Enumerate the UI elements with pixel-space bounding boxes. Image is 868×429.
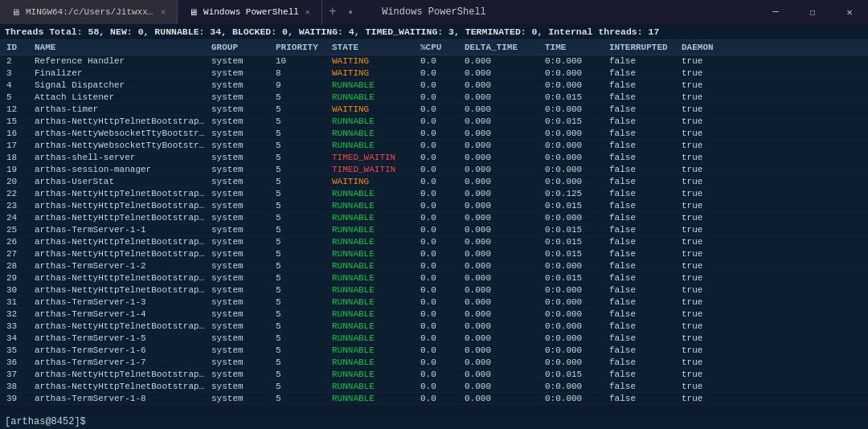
- cell-id: 24: [5, 213, 33, 223]
- col-header-name: NAME: [33, 42, 210, 53]
- cell-daemon: true: [680, 104, 728, 114]
- cell-interrupted: false: [608, 394, 680, 403]
- cell-name: Signal Dispatcher: [33, 80, 210, 90]
- cell-id: 32: [5, 309, 33, 319]
- close-button[interactable]: ✕: [831, 0, 868, 24]
- cell-interrupted: false: [608, 165, 680, 174]
- cell-interrupted: false: [608, 345, 680, 355]
- cell-interrupted: false: [608, 189, 680, 198]
- col-header-interrupted: INTERRUPTED: [608, 42, 680, 53]
- titlebar: 🖥 MINGW64:/c/Users/Jitwxx/Dow... ✕ 🖥 Win…: [0, 0, 868, 24]
- cell-time: 0:0.000: [543, 141, 608, 150]
- cell-daemon: true: [680, 394, 728, 403]
- cell-group: system: [210, 165, 274, 174]
- cell-interrupted: false: [608, 92, 680, 102]
- cell-group: system: [210, 333, 274, 343]
- cell-priority: 5: [274, 382, 330, 391]
- cell-interrupted: false: [608, 153, 680, 162]
- tab-powershell[interactable]: 🖥 Windows PowerShell ✕: [178, 0, 322, 24]
- cell-group: system: [210, 177, 274, 186]
- cell-cpu: 0.0: [419, 116, 463, 126]
- cell-delta: 0.000: [463, 153, 543, 162]
- cell-name: arthas-NettyHttpTelnetBootstrap-3-4: [33, 213, 210, 223]
- cell-id: 20: [5, 177, 33, 186]
- cell-priority: 5: [274, 104, 330, 114]
- cell-id: 29: [5, 273, 33, 283]
- cell-daemon: true: [680, 321, 728, 331]
- cell-interrupted: false: [608, 321, 680, 331]
- cell-id: 27: [5, 249, 33, 259]
- cell-id: 35: [5, 345, 33, 355]
- col-header-priority: PRIORITY: [274, 42, 330, 53]
- table-row: 34 arthas-TermServer-1-5 system 5 RUNNAB…: [0, 333, 868, 345]
- tab-dropdown-button[interactable]: ▾: [343, 0, 358, 24]
- cell-interrupted: false: [608, 333, 680, 343]
- col-header-group: GROUP: [210, 42, 274, 53]
- cell-cpu: 0.0: [419, 153, 463, 162]
- cell-priority: 10: [274, 56, 330, 66]
- cell-delta: 0.000: [463, 285, 543, 295]
- cell-id: 37: [5, 370, 33, 379]
- table-row: 26 arthas-NettyHttpTelnetBootstrap-3-5 s…: [0, 236, 868, 248]
- titlebar-tabs: 🖥 MINGW64:/c/Users/Jitwxx/Dow... ✕ 🖥 Win…: [0, 0, 358, 24]
- tab-close-mingw[interactable]: ✕: [159, 7, 167, 17]
- maximize-button[interactable]: ☐: [794, 0, 831, 24]
- cell-cpu: 0.0: [419, 309, 463, 319]
- table-row: 20 arthas-UserStat system 5 WAITING 0.0 …: [0, 176, 868, 188]
- cell-name: arthas-NettyHttpTelnetBootstrap-3-3: [33, 201, 210, 210]
- cell-cpu: 0.0: [419, 201, 463, 210]
- cell-cpu: 0.0: [419, 345, 463, 355]
- cell-state: RUNNABLE: [330, 345, 419, 355]
- cell-priority: 5: [274, 213, 330, 223]
- prompt-line: [arthas@8452]$: [0, 415, 868, 429]
- cell-cpu: 0.0: [419, 80, 463, 90]
- cell-state: RUNNABLE: [330, 358, 419, 367]
- cell-group: system: [210, 345, 274, 355]
- cell-interrupted: false: [608, 68, 680, 78]
- cell-name: arthas-NettyHttpTelnetBootstrap-3-9: [33, 321, 210, 331]
- new-tab-button[interactable]: +: [322, 0, 343, 24]
- cell-group: system: [210, 189, 274, 198]
- cell-state: RUNNABLE: [330, 261, 419, 271]
- cell-group: system: [210, 237, 274, 247]
- tab-close-powershell[interactable]: ✕: [304, 7, 312, 17]
- cell-cpu: 0.0: [419, 141, 463, 150]
- cell-group: system: [210, 285, 274, 295]
- cell-id: 19: [5, 165, 33, 174]
- cell-cpu: 0.0: [419, 249, 463, 259]
- table-row: 37 arthas-NettyHttpTelnetBootstrap-3-10 …: [0, 369, 868, 381]
- table-row: 25 arthas-TermServer-1-1 system 5 RUNNAB…: [0, 224, 868, 236]
- cell-time: 0:0.000: [543, 345, 608, 355]
- cell-id: 3: [5, 68, 33, 78]
- cell-state: RUNNABLE: [330, 213, 419, 223]
- table-header: ID NAME GROUP PRIORITY STATE %CPU DELTA_…: [0, 40, 868, 55]
- table-row: 3 Finalizer system 8 WAITING 0.0 0.000 0…: [0, 67, 868, 80]
- minimize-button[interactable]: —: [757, 0, 794, 24]
- cell-priority: 5: [274, 92, 330, 102]
- cell-daemon: true: [680, 358, 728, 367]
- tab-mingw[interactable]: 🖥 MINGW64:/c/Users/Jitwxx/Dow... ✕: [0, 0, 178, 24]
- cell-group: system: [210, 394, 274, 403]
- cell-name: arthas-TermServer-1-8: [33, 394, 210, 403]
- cell-delta: 0.000: [463, 225, 543, 235]
- table-row: 18 arthas-shell-server system 5 TIMED_WA…: [0, 152, 868, 164]
- cell-delta: 0.000: [463, 261, 543, 271]
- cell-name: arthas-session-manager: [33, 165, 210, 174]
- table-row: 23 arthas-NettyHttpTelnetBootstrap-3-3 s…: [0, 200, 868, 212]
- cell-state: RUNNABLE: [330, 333, 419, 343]
- cell-delta: 0.000: [463, 68, 543, 78]
- cell-interrupted: false: [608, 177, 680, 186]
- tab-icon-powershell: 🖥: [187, 6, 199, 18]
- cell-group: system: [210, 370, 274, 379]
- cell-delta: 0.000: [463, 80, 543, 90]
- cell-name: arthas-TermServer-1-2: [33, 261, 210, 271]
- cell-cpu: 0.0: [419, 285, 463, 295]
- cell-time: 0:0.015: [543, 225, 608, 235]
- cell-delta: 0.000: [463, 129, 543, 138]
- cell-cpu: 0.0: [419, 92, 463, 102]
- cell-group: system: [210, 309, 274, 319]
- tab-label-mingw: MINGW64:/c/Users/Jitwxx/Dow...: [26, 7, 154, 17]
- cell-daemon: true: [680, 237, 728, 247]
- cell-delta: 0.000: [463, 333, 543, 343]
- table-row: 31 arthas-TermServer-1-3 system 5 RUNNAB…: [0, 296, 868, 308]
